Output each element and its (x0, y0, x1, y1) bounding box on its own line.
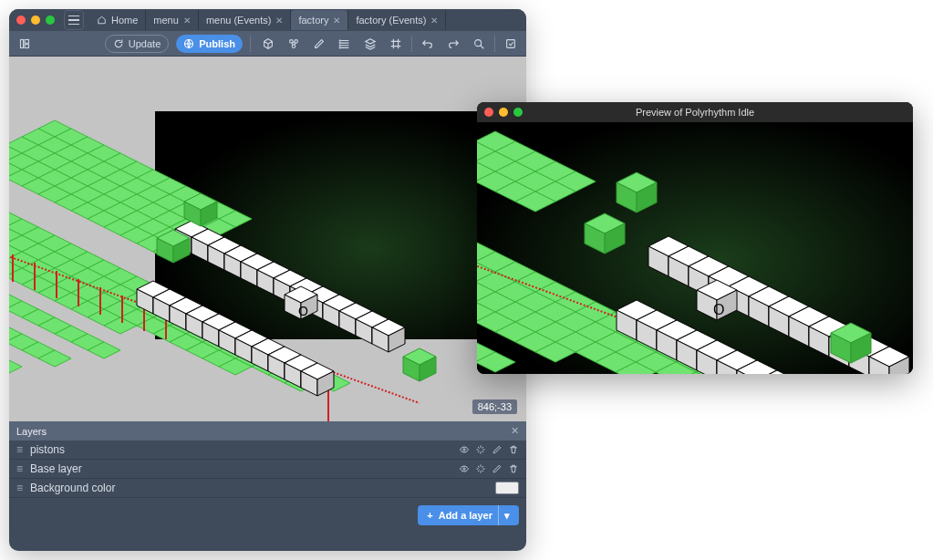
tab-menu-events[interactable]: menu (Events) ✕ (199, 10, 292, 30)
update-button[interactable]: Update (105, 35, 169, 53)
color-swatch[interactable] (495, 482, 519, 494)
svg-point-6 (292, 44, 295, 47)
tab-factory-events[interactable]: factory (Events) ✕ (348, 10, 446, 30)
tab-label: factory (298, 15, 328, 26)
behaviors-icon[interactable] (284, 35, 304, 53)
redo-icon[interactable] (443, 35, 463, 53)
svg-rect-1 (25, 39, 29, 43)
divider (411, 36, 412, 52)
layer-name: pistons (30, 443, 65, 456)
svg-text:O: O (713, 302, 724, 317)
tab-label: menu (Events) (206, 15, 272, 26)
delete-layer-icon[interactable] (508, 463, 519, 474)
effects-icon[interactable] (475, 463, 486, 474)
svg-point-10 (339, 47, 340, 47)
add-layer-button[interactable]: + Add a layer ▾ (418, 505, 519, 525)
tab-label: factory (Events) (356, 15, 426, 26)
layer-row-base[interactable]: ≡ Base layer (9, 460, 526, 479)
close-icon[interactable]: ✕ (333, 16, 340, 26)
tab-bar: Home menu ✕ menu (Events) ✕ factory ✕ fa… (89, 9, 446, 31)
svg-point-8 (339, 42, 340, 43)
editor-window: Home menu ✕ menu (Events) ✕ factory ✕ fa… (9, 9, 526, 551)
iso-terrain: O (9, 102, 526, 421)
svg-point-11 (475, 39, 482, 46)
svg-point-4 (290, 39, 294, 43)
scene-canvas[interactable]: O 846;-33 (9, 57, 526, 421)
edit-layer-icon[interactable] (492, 444, 503, 455)
zoom-icon[interactable] (469, 35, 489, 53)
zoom-window-icon[interactable] (46, 16, 55, 25)
publish-button[interactable]: Publish (176, 35, 243, 53)
layers-icon[interactable] (360, 35, 380, 53)
preview-titlebar: Preview of Polyrhythm Idle (477, 102, 913, 122)
grid-icon[interactable] (386, 35, 406, 53)
layer-row-pistons[interactable]: ≡ pistons (9, 441, 526, 460)
close-icon[interactable]: ✕ (430, 16, 438, 26)
svg-rect-2 (25, 44, 29, 47)
visibility-icon[interactable] (459, 463, 470, 474)
window-controls (16, 16, 64, 25)
instances-icon[interactable] (335, 35, 355, 53)
preview-window: Preview of Polyrhythm Idle (477, 102, 913, 374)
delete-layer-icon[interactable] (508, 444, 519, 455)
divider (250, 36, 251, 52)
titlebar: Home menu ✕ menu (Events) ✕ factory ✕ fa… (9, 9, 526, 31)
coordinates-readout: 846;-33 (472, 399, 517, 414)
minimize-window-icon[interactable] (31, 16, 40, 25)
refresh-icon (113, 38, 124, 49)
close-icon[interactable]: ✕ (183, 16, 191, 26)
layers-panel: Layers ✕ ≡ pistons ≡ Base layer (9, 421, 526, 533)
tab-label: Home (111, 15, 138, 26)
edit-layer-icon[interactable] (492, 463, 503, 474)
drag-handle-icon[interactable]: ≡ (16, 482, 23, 494)
tab-home[interactable]: Home (89, 10, 146, 30)
drag-handle-icon[interactable]: ≡ (16, 443, 23, 456)
tab-menu[interactable]: menu ✕ (146, 10, 199, 30)
close-window-icon[interactable] (16, 16, 26, 25)
close-icon[interactable]: ✕ (275, 16, 283, 26)
main-menu-button[interactable] (64, 10, 84, 30)
object-icon[interactable] (258, 35, 278, 53)
svg-point-5 (295, 39, 298, 43)
svg-point-32 (463, 449, 465, 451)
svg-text:O: O (298, 304, 308, 318)
layer-name: Background color (30, 482, 115, 494)
plus-icon: + (427, 510, 432, 521)
home-icon (97, 16, 107, 25)
project-structure-icon[interactable] (15, 35, 35, 53)
layers-header: Layers ✕ (9, 421, 526, 441)
drag-handle-icon[interactable]: ≡ (16, 462, 23, 475)
visibility-icon[interactable] (459, 444, 470, 455)
undo-icon[interactable] (418, 35, 438, 53)
preview-canvas[interactable]: O (477, 122, 913, 374)
svg-point-9 (339, 45, 340, 46)
layer-name: Base layer (30, 462, 82, 475)
layer-row-bgcolor[interactable]: ≡ Background color (9, 479, 526, 498)
chevron-down-icon[interactable]: ▾ (498, 505, 510, 525)
preview-title-text: Preview of Polyrhythm Idle (477, 107, 913, 118)
edit-icon[interactable] (309, 35, 329, 53)
svg-rect-12 (507, 39, 515, 47)
preview-scene: O (477, 122, 913, 374)
svg-point-7 (339, 39, 340, 40)
effects-icon[interactable] (475, 444, 486, 455)
tab-factory[interactable]: factory ✕ (291, 10, 348, 30)
layers-footer: + Add a layer ▾ (9, 498, 526, 533)
divider (494, 36, 495, 52)
settings-icon[interactable] (501, 35, 521, 53)
svg-rect-0 (21, 39, 24, 47)
tab-label: menu (153, 15, 179, 26)
toolbar: Update Publish (9, 31, 526, 57)
globe-icon (183, 38, 194, 49)
panel-close-icon[interactable]: ✕ (511, 425, 519, 437)
svg-point-33 (463, 468, 465, 470)
